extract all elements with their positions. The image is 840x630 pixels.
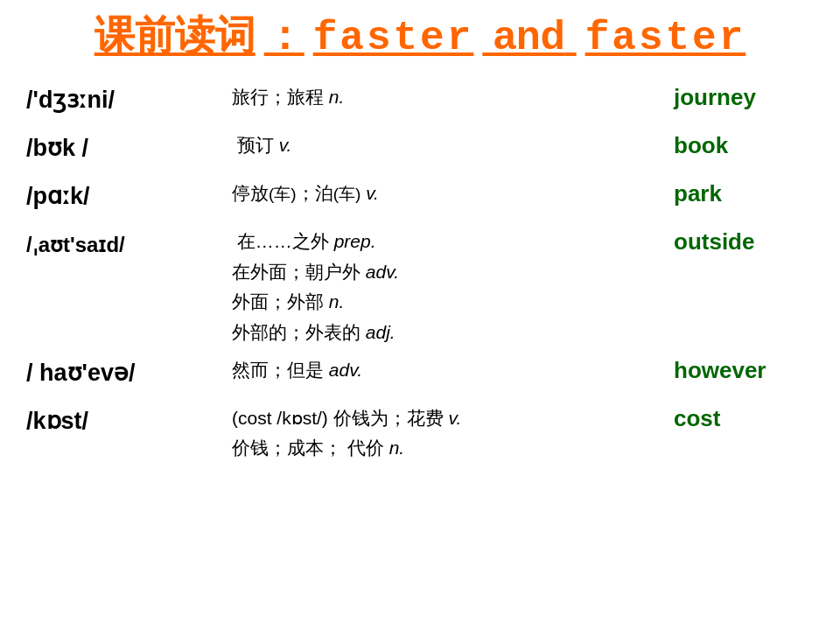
word-book: book xyxy=(674,130,814,159)
definition-book: 预订 v. xyxy=(228,130,674,161)
vocab-row-park: /pɑːk/ 停放(车)；泊(车) v. park xyxy=(26,175,814,223)
vocab-row-cost: /kɒst/ (cost /kɒst/) 价钱为；花费 v. 价钱；成本； 代价… xyxy=(26,400,814,467)
page: 课前读词 ： faster and faster /'dʒɜːni/ 旅行；旅程… xyxy=(0,0,840,630)
en-title-faster2: faster xyxy=(585,16,746,61)
en-and: and xyxy=(482,11,576,59)
phonetic-journey: /'dʒɜːni/ xyxy=(26,82,228,117)
phonetic-however: / hаʊ'evə/ xyxy=(26,355,228,390)
word-however: however xyxy=(674,355,814,384)
phonetic-outside: /ˌaʊt'saɪd/ xyxy=(26,227,228,260)
definition-park: 停放(车)；泊(车) v. xyxy=(228,178,674,209)
vocab-row-outside: /ˌaʊt'saɪd/ 在……之外 prep. 在外面；朝户外 adv. 外面；… xyxy=(26,223,814,352)
word-outside: outside xyxy=(674,227,814,256)
vocab-row-however: / hаʊ'evə/ 然而；但是 adv. however xyxy=(26,352,814,400)
phonetic-cost: /kɒst/ xyxy=(26,403,228,438)
phonetic-book: /bʊk / xyxy=(26,130,228,165)
header: 课前读词 ： faster and faster xyxy=(26,9,814,63)
word-park: park xyxy=(674,178,814,207)
zh-title: 课前读词 xyxy=(94,9,256,63)
en-title-faster1: faster xyxy=(313,16,474,61)
definition-however: 然而；但是 adv. xyxy=(228,355,674,386)
definition-outside: 在……之外 prep. 在外面；朝户外 adv. 外面；外部 n. 外部的；外表… xyxy=(228,227,674,348)
vocab-row-journey: /'dʒɜːni/ 旅行；旅程 n. journey xyxy=(26,79,814,127)
separator: ： xyxy=(264,9,304,63)
definition-cost: (cost /kɒst/) 价钱为；花费 v. 价钱；成本； 代价 n. xyxy=(228,403,674,464)
phonetic-park: /pɑːk/ xyxy=(26,178,228,214)
definition-journey: 旅行；旅程 n. xyxy=(228,82,674,113)
vocab-row-book: /bʊk / 预订 v. book xyxy=(26,127,814,175)
word-cost: cost xyxy=(674,403,814,432)
word-journey: journey xyxy=(674,82,814,111)
vocab-section: /'dʒɜːni/ 旅行；旅程 n. journey /bʊk / 预订 v. … xyxy=(26,79,814,467)
